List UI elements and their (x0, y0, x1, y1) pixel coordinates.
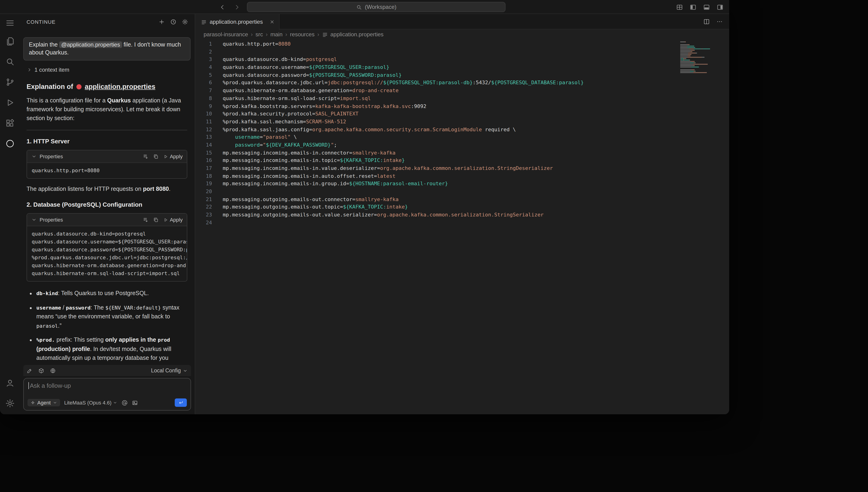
code-block-body[interactable]: quarkus.http.port=8080 (27, 163, 187, 178)
activity-menu[interactable] (0, 15, 20, 31)
nav-back-icon[interactable] (219, 3, 226, 10)
code-line[interactable]: 2 (196, 48, 729, 56)
layout-grid-icon[interactable] (676, 3, 683, 10)
close-tab-icon[interactable] (269, 19, 275, 25)
user-message[interactable]: Explain the @application.properties file… (23, 37, 191, 60)
breadcrumb-item[interactable]: resources (290, 31, 314, 38)
code-line[interactable]: 17mp.messaging.incoming.emails-in.value.… (196, 165, 729, 172)
agent-mode-label: Agent (37, 400, 51, 405)
code-line[interactable]: 5quarkus.datasource.password=${POSTGRESQ… (196, 72, 729, 79)
response-file-link[interactable]: application.properties (85, 83, 156, 90)
panel-bottom-icon[interactable] (703, 3, 710, 10)
code-line[interactable]: 19mp.messaging.incoming.emails-in.group.… (196, 180, 729, 188)
vscode-window: (Workspace) CONTINUE Explain the @applic… (0, 0, 729, 414)
globe-icon[interactable] (50, 368, 56, 373)
activity-continue[interactable] (0, 133, 20, 154)
code-line[interactable]: 23mp.messaging.outgoing.emails-out.value… (196, 211, 729, 219)
code-line[interactable]: 8quarkus.hibernate-orm.sql-load-script=i… (196, 95, 729, 103)
code-line[interactable]: 9%prod.kafka.bootstrap.servers=kafka-kaf… (196, 103, 729, 110)
response-list: db-kind: Tells Quarkus to use PostgreSQL… (27, 289, 187, 363)
code-line[interactable]: 15mp.messaging.incoming.emails-in.connec… (196, 149, 729, 157)
code-line[interactable]: 20 (196, 188, 729, 196)
activity-account[interactable] (0, 372, 20, 393)
activity-search[interactable] (0, 51, 20, 72)
response-heading-prefix: Explanation of (27, 83, 73, 90)
send-button[interactable] (175, 398, 187, 407)
blocks-icon[interactable] (38, 368, 44, 373)
tab-application-properties[interactable]: application.properties (196, 14, 280, 30)
text-span: .” (58, 322, 62, 329)
code-line[interactable]: 16mp.messaging.incoming.emails-in.topic=… (196, 157, 729, 165)
activity-source-control[interactable] (0, 72, 20, 92)
new-session-icon[interactable] (158, 19, 165, 25)
line-content: username="parasol" \ (212, 134, 297, 142)
insert-at-cursor-icon[interactable] (143, 217, 149, 223)
panel-title: CONTINUE (27, 19, 56, 25)
collapse-icon[interactable] (31, 154, 37, 159)
code-line[interactable]: 12%prod.kafka.sasl.jaas.config=org.apach… (196, 126, 729, 133)
breadcrumb-item[interactable]: parasol-insurance (204, 31, 248, 38)
activity-run-debug[interactable] (0, 92, 20, 113)
panel-settings-icon[interactable] (182, 19, 188, 25)
edit-icon[interactable] (27, 368, 32, 373)
apply-button[interactable]: Apply (163, 217, 183, 222)
collapse-icon[interactable] (31, 217, 37, 222)
code-line[interactable]: 24 (196, 219, 729, 227)
code-line[interactable]: 4quarkus.datasource.username=${POSTGRESQ… (196, 64, 729, 71)
minimap-line (680, 58, 723, 59)
code-line[interactable]: 7quarkus.hibernate-orm.database.generati… (196, 87, 729, 95)
minimap-line (680, 57, 723, 58)
context-items-toggle[interactable]: 1 context item (27, 67, 191, 73)
config-selector[interactable]: Local Config (151, 368, 188, 373)
command-center-search[interactable]: (Workspace) (247, 2, 506, 12)
minimap-line (680, 65, 723, 66)
layout-controls (676, 0, 724, 14)
chat-scroll-area[interactable]: Explain the @application.properties file… (20, 30, 195, 365)
breadcrumb-item[interactable]: main (271, 31, 283, 38)
code-line[interactable]: 18mp.messaging.incoming.emails-in.auto.o… (196, 172, 729, 180)
mention-context-icon[interactable] (122, 400, 128, 405)
agent-mode-selector[interactable]: Agent (27, 399, 60, 407)
minimap[interactable] (680, 42, 723, 75)
breadcrumb-item[interactable]: src (256, 31, 263, 38)
panel-left-icon[interactable] (689, 3, 697, 10)
code-line[interactable]: 3quarkus.datasource.db-kind=postgresql (196, 56, 729, 64)
minimap-line (680, 72, 723, 73)
code-line[interactable]: 21mp.messaging.outgoing.emails-out.conne… (196, 196, 729, 204)
code-line[interactable]: 10%prod.kafka.security.protocol=SASL_PLA… (196, 110, 729, 118)
model-selector[interactable]: LiteMaaS (Opus 4.6) (64, 400, 118, 405)
file-mention[interactable]: @application.properties (60, 42, 122, 48)
history-icon[interactable] (170, 19, 177, 25)
code-line[interactable]: 11%prod.kafka.sasl.mechanism=SCRAM-SHA-5… (196, 118, 729, 126)
line-number: 3 (196, 56, 212, 64)
insert-at-cursor-icon[interactable] (143, 153, 149, 159)
nav-forward-icon[interactable] (233, 3, 240, 10)
code-line[interactable]: 13 username="parasol" \ (196, 134, 729, 142)
breadcrumb-item[interactable]: application.properties (322, 31, 383, 38)
apply-button[interactable]: Apply (163, 154, 183, 159)
code-block-body[interactable]: quarkus.datasource.db-kind=postgresqlqua… (27, 226, 187, 281)
copy-icon[interactable] (153, 217, 159, 223)
attach-image-icon[interactable] (132, 400, 138, 405)
code-line[interactable]: 1quarkus.http.port=8080 (196, 41, 729, 48)
code-line[interactable]: 6%prod.quarkus.datasource.jdbc.url=jdbc:… (196, 79, 729, 87)
copy-icon[interactable] (153, 153, 159, 159)
split-editor-icon[interactable] (703, 18, 710, 25)
activity-extensions[interactable] (0, 113, 20, 133)
line-content: mp.messaging.outgoing.emails-out.topic=$… (212, 204, 408, 211)
activity-explorer[interactable] (0, 31, 20, 51)
text-cursor (28, 382, 29, 389)
line-number: 8 (196, 95, 212, 103)
code-line[interactable]: 14 password="${DEV_KAFKA_PASSWORD}"; (196, 142, 729, 149)
input-placeholder: Ask a follow-up (30, 382, 71, 389)
activity-settings[interactable] (0, 393, 20, 413)
line-number: 4 (196, 64, 212, 71)
editor-more-actions-icon[interactable] (716, 18, 723, 25)
code-line[interactable]: 22mp.messaging.outgoing.emails-out.topic… (196, 204, 729, 211)
line-content: %prod.quarkus.datasource.jdbc.url=jdbc:p… (212, 79, 584, 87)
followup-input[interactable]: Ask a follow-up Agent LiteMaaS (Opus 4.6… (23, 378, 191, 411)
minimap-line (680, 74, 723, 74)
line-number: 24 (196, 219, 212, 227)
panel-right-icon[interactable] (717, 3, 724, 10)
code-editor[interactable]: 1quarkus.http.port=808023quarkus.datasou… (196, 40, 729, 414)
